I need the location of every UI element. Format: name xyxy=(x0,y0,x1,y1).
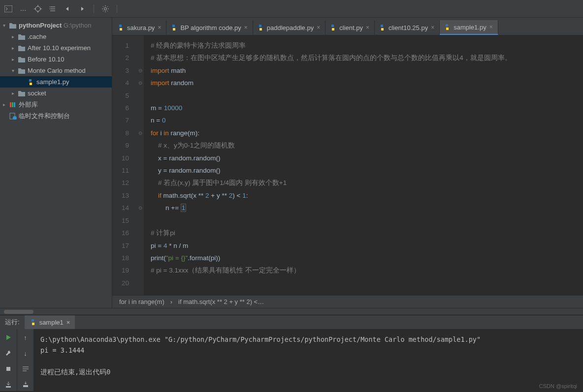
breadcrumb-item[interactable]: for i in range(m) xyxy=(119,298,164,305)
chevron-right-icon: ▸ xyxy=(3,102,9,107)
tab-label: paddlepaddle.py xyxy=(267,24,314,31)
gear-icon[interactable] xyxy=(100,3,111,14)
tab-label: client10.25.py xyxy=(389,24,428,31)
tree-item-label: After 10.10 experimen xyxy=(28,44,91,52)
select-icon[interactable] xyxy=(47,3,58,14)
down-icon[interactable]: ↓ xyxy=(20,348,31,359)
expand-icon[interactable]: … xyxy=(18,3,29,14)
wrench-icon[interactable] xyxy=(3,348,14,359)
svg-rect-9 xyxy=(6,386,11,388)
close-icon[interactable]: × xyxy=(431,24,434,31)
editor-tab[interactable]: sakura.py× xyxy=(113,20,166,35)
run-tab-label: sample1 xyxy=(39,319,64,326)
tree-item[interactable]: ▸After 10.10 experimen xyxy=(0,42,112,54)
target-icon[interactable] xyxy=(32,3,43,14)
up-icon[interactable]: ↑ xyxy=(20,332,31,343)
run-icon[interactable] xyxy=(3,332,14,343)
tab-label: client.py xyxy=(339,24,363,31)
svg-rect-8 xyxy=(6,367,10,371)
svg-point-2 xyxy=(104,7,107,10)
terminal-icon[interactable] xyxy=(3,3,14,14)
close-icon[interactable]: × xyxy=(366,24,369,31)
editor-tab[interactable]: paddlepaddle.py× xyxy=(253,20,325,35)
stop-icon[interactable] xyxy=(3,363,14,374)
run-label: 运行: xyxy=(0,318,25,327)
tree-item[interactable]: ▾Monte Carlo method xyxy=(0,65,112,76)
editor-tab[interactable]: BP algorithm code.py× xyxy=(166,20,253,35)
code-area[interactable]: # 经典的蒙特卡洛方法求圆周率# 基本思想：在图中区域产生足够多的随机数点，然后… xyxy=(144,35,583,295)
wrap-icon[interactable] xyxy=(20,363,31,374)
forward-icon[interactable] xyxy=(77,3,88,14)
tree-item[interactable]: ▸.cache xyxy=(0,31,112,42)
fold-column: ⊖⊖ ⊖ ⊖ xyxy=(137,35,144,295)
scratches-label: 临时文件和控制台 xyxy=(19,112,70,121)
tree-item-label: Monte Carlo method xyxy=(28,67,86,74)
folder-icon xyxy=(9,22,17,29)
run-panel: 运行: sample1 × ↑ ↓ G:\python\Anaconda3\py… xyxy=(0,315,583,391)
project-tree: ▾ pythonProject G:\python ▸.cache▸After … xyxy=(0,18,112,308)
folder-icon xyxy=(18,56,26,63)
chevron-icon: ▸ xyxy=(12,45,18,51)
line-gutter: 1234567891011121314151617181920 xyxy=(112,35,137,295)
python-icon xyxy=(257,24,264,31)
chevron-down-icon: ▾ xyxy=(3,23,9,28)
python-icon xyxy=(30,319,36,326)
toolbar-divider xyxy=(117,4,117,13)
python-icon xyxy=(117,24,124,31)
python-icon xyxy=(329,24,336,31)
chevron-icon: ▸ xyxy=(12,57,18,62)
close-icon[interactable]: × xyxy=(66,319,70,326)
chevron-icon: ▾ xyxy=(12,68,18,73)
editor-tab[interactable]: sample1.py× xyxy=(440,20,498,35)
editor-tab[interactable]: client10.25.py× xyxy=(375,20,440,35)
tree-item-label: sample1.py xyxy=(36,78,69,86)
code-editor[interactable]: 1234567891011121314151617181920 ⊖⊖ ⊖ ⊖ #… xyxy=(112,35,583,295)
close-icon[interactable]: × xyxy=(158,24,161,31)
python-icon xyxy=(444,24,451,30)
folder-icon xyxy=(18,67,26,74)
exit-icon[interactable] xyxy=(3,379,14,390)
svg-rect-10 xyxy=(23,385,28,387)
editor-tabs: sakura.py×BP algorithm code.py×paddlepad… xyxy=(112,18,583,35)
scratches[interactable]: 临时文件和控制台 xyxy=(0,110,112,121)
back-icon[interactable] xyxy=(62,3,73,14)
python-icon xyxy=(27,79,34,86)
tree-item[interactable]: ▸socket xyxy=(0,88,112,99)
svg-rect-0 xyxy=(4,5,12,12)
external-libs[interactable]: ▸ 外部库 xyxy=(0,99,112,110)
tree-item-label: socket xyxy=(28,90,46,97)
toolbar-divider xyxy=(94,4,94,13)
tree-item[interactable]: ▸Before 10.10 xyxy=(0,54,112,65)
libs-icon xyxy=(9,101,17,108)
scrollbar[interactable] xyxy=(0,308,583,315)
project-root[interactable]: ▾ pythonProject G:\python xyxy=(0,20,112,31)
python-icon xyxy=(379,24,386,31)
breadcrumb-item[interactable]: if math.sqrt(x ** 2 + y ** 2) <… xyxy=(178,298,264,305)
scroll-icon[interactable] xyxy=(20,379,31,390)
watermark: CSDN @spiritqi xyxy=(539,383,577,389)
run-tab[interactable]: sample1 × xyxy=(25,315,75,329)
run-tools-left xyxy=(0,329,17,391)
run-tools-right: ↑ ↓ xyxy=(17,329,33,391)
svg-rect-4 xyxy=(12,102,13,107)
svg-point-1 xyxy=(35,6,40,11)
editor-tab[interactable]: client.py× xyxy=(325,20,375,35)
chevron-icon: ▸ xyxy=(12,34,18,39)
close-icon[interactable]: × xyxy=(317,24,320,31)
close-icon[interactable]: × xyxy=(489,24,493,30)
console-output[interactable]: G:\python\Anaconda3\python.exe "G:/pytho… xyxy=(33,329,583,391)
tab-label: sakura.py xyxy=(127,24,155,31)
top-toolbar: … xyxy=(0,0,583,18)
folder-icon xyxy=(18,45,26,52)
scratch-icon xyxy=(9,113,17,120)
project-path: G:\python xyxy=(64,22,91,29)
chevron-icon: ▸ xyxy=(12,90,18,96)
svg-rect-5 xyxy=(14,102,15,107)
close-icon[interactable]: × xyxy=(244,24,248,31)
tab-label: sample1.py xyxy=(453,24,486,31)
tree-item[interactable]: sample1.py xyxy=(0,76,112,88)
breadcrumb-sep: › xyxy=(170,298,172,305)
breadcrumb: for i in range(m) › if math.sqrt(x ** 2 … xyxy=(112,295,583,308)
python-icon xyxy=(170,24,177,31)
tree-item-label: .cache xyxy=(28,33,46,40)
